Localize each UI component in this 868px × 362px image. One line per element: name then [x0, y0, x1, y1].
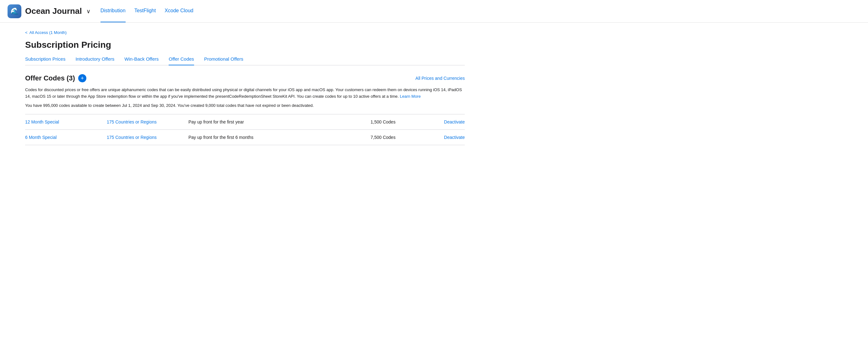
offer-regions-0[interactable]: 175 Countries or Regions [107, 119, 188, 124]
nav-distribution[interactable]: Distribution [100, 0, 126, 22]
chevron-down-icon[interactable]: ∨ [86, 8, 90, 15]
tab-promotional-offers[interactable]: Promotional Offers [204, 56, 243, 65]
page-content: < All Access (1 Month) Subscription Pric… [0, 23, 490, 153]
section-title-group: Offer Codes (3) + [25, 74, 86, 82]
breadcrumb[interactable]: < All Access (1 Month) [25, 30, 465, 35]
offer-codes-count-0: 1,500 Codes [371, 119, 427, 124]
offer-row: 6 Month Special 175 Countries or Regions… [25, 129, 465, 145]
section-title: Offer Codes (3) [25, 74, 75, 82]
learn-more-link[interactable]: Learn More [400, 94, 421, 99]
page-title: Subscription Pricing [25, 40, 465, 50]
offer-description-1: Pay up front for the first 6 months [188, 135, 371, 140]
nav-testflight[interactable]: TestFlight [134, 0, 156, 22]
offer-deactivate-0[interactable]: Deactivate [427, 119, 465, 124]
breadcrumb-label: All Access (1 Month) [30, 30, 67, 35]
nav-xcode-cloud[interactable]: Xcode Cloud [164, 0, 193, 22]
offer-name-1[interactable]: 6 Month Special [25, 135, 107, 140]
all-prices-link[interactable]: All Prices and Currencies [415, 76, 465, 81]
offer-regions-1[interactable]: 175 Countries or Regions [107, 135, 188, 140]
offer-deactivate-1[interactable]: Deactivate [427, 135, 465, 140]
main-nav: Distribution TestFlight Xcode Cloud [100, 0, 193, 22]
tab-subscription-prices[interactable]: Subscription Prices [25, 56, 65, 65]
breadcrumb-chevron-icon: < [25, 30, 28, 35]
add-offer-code-button[interactable]: + [78, 74, 86, 82]
tab-win-back-offers[interactable]: Win-Back Offers [124, 56, 159, 65]
app-header: 🌊 Ocean Journal ∨ Distribution TestFligh… [0, 0, 868, 23]
app-identity: 🌊 Ocean Journal ∨ [7, 4, 90, 18]
offer-name-0[interactable]: 12 Month Special [25, 119, 107, 124]
app-icon: 🌊 [7, 4, 21, 18]
offer-codes-count-1: 7,500 Codes [371, 135, 427, 140]
section-header: Offer Codes (3) + All Prices and Currenc… [25, 74, 465, 82]
sub-tab-bar: Subscription Prices Introductory Offers … [25, 56, 465, 65]
tab-introductory-offers[interactable]: Introductory Offers [75, 56, 114, 65]
tab-offer-codes[interactable]: Offer Codes [168, 56, 194, 65]
availability-text: You have 995,000 codes available to crea… [25, 103, 465, 108]
offer-codes-description: Codes for discounted prices or free offe… [25, 87, 465, 100]
description-text: Codes for discounted prices or free offe… [25, 87, 462, 99]
offer-list: 12 Month Special 175 Countries or Region… [25, 114, 465, 145]
app-name: Ocean Journal [25, 6, 82, 16]
offer-row: 12 Month Special 175 Countries or Region… [25, 114, 465, 129]
offer-description-0: Pay up front for the first year [188, 119, 371, 124]
